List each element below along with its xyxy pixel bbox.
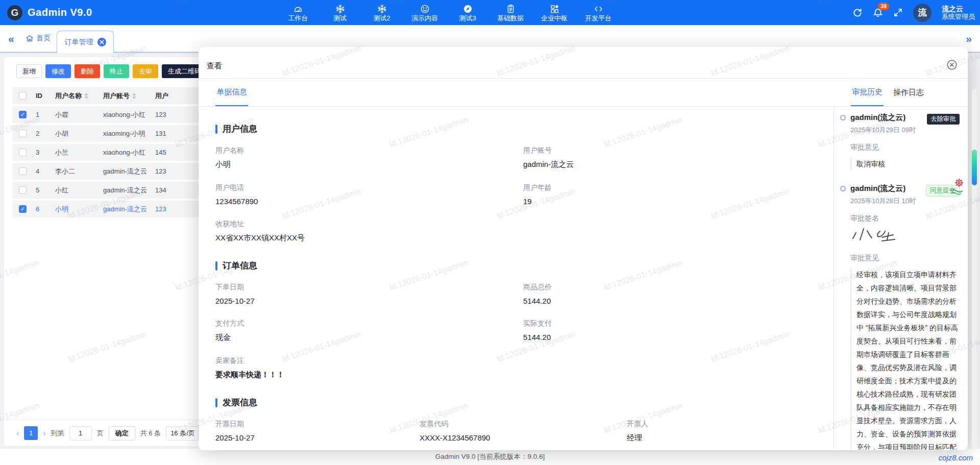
sort-carets-icon[interactable] xyxy=(84,93,88,99)
user-meta[interactable]: 流之云 系统管理员 xyxy=(942,5,975,21)
section-title: 订单信息 xyxy=(215,260,813,272)
row-checkbox[interactable] xyxy=(19,130,27,137)
detail-field: 用户名称小明 xyxy=(215,146,523,169)
nav-item-7[interactable]: 企业中枢 xyxy=(541,4,568,22)
cell-account: xiaohong-小红 xyxy=(103,148,155,157)
cell-id: 1 xyxy=(36,111,55,118)
field-label: 用户电话 xyxy=(215,183,523,192)
field-value: gadmin-流之云 xyxy=(523,160,813,169)
snowflake-icon xyxy=(377,4,387,14)
field-label: 用户名称 xyxy=(215,146,523,155)
tab-order-management[interactable]: 订单管理 xyxy=(57,31,114,53)
cell-account: gadmin-流之云 xyxy=(103,167,155,176)
column-header-username[interactable]: 用户名称 xyxy=(55,91,103,101)
notification-count-badge: 39 xyxy=(878,3,889,10)
field-value: 5144.20 xyxy=(523,333,813,341)
tab-approval-history[interactable]: 审批历史 xyxy=(851,79,884,106)
page-size-select[interactable]: 16 条/页 xyxy=(166,426,199,440)
version-text: Gadmin V9.0 [当前系统版本：9.0.6] xyxy=(0,449,980,465)
fullscreen-icon[interactable] xyxy=(893,8,903,17)
nav-item-label: 企业中枢 xyxy=(541,14,568,22)
approval-item: gadmin(流之云)同意提交2025年10月28日 10时审批签名审批意见经审… xyxy=(840,184,960,450)
nav-item-5[interactable]: 测试3 xyxy=(455,4,480,22)
approval-block-label: 审批意见 xyxy=(850,254,960,263)
primary-action-button[interactable]: 修改 xyxy=(45,64,71,78)
page-unit-label: 页 xyxy=(97,429,104,438)
cell-username: 小兰 xyxy=(55,148,103,157)
cell-id: 6 xyxy=(36,205,55,213)
nav-item-8[interactable]: 开发平台 xyxy=(585,4,611,22)
warning-action-button[interactable]: 去审 xyxy=(133,64,158,78)
nav-item-3[interactable]: 测试2 xyxy=(370,4,394,22)
goto-page-input[interactable] xyxy=(69,426,92,440)
nav-item-label: 工作台 xyxy=(288,14,308,22)
home-icon xyxy=(26,34,34,42)
goto-label: 到第 xyxy=(51,429,64,438)
field-label: 下单日期 xyxy=(215,283,523,292)
success-action-button[interactable]: 终止 xyxy=(104,64,129,78)
sort-carets-icon[interactable] xyxy=(132,93,136,99)
refresh-icon[interactable] xyxy=(852,8,863,18)
close-icon[interactable] xyxy=(946,59,958,70)
user-avatar[interactable]: 流 xyxy=(913,4,932,22)
detail-field: 收获地址XX省XX市XX镇XX村XX号 xyxy=(215,219,813,243)
row-checkbox[interactable]: ✓ xyxy=(19,111,27,118)
field-value: 经理 xyxy=(627,433,813,443)
nav-item-label: 基础数据 xyxy=(497,14,524,22)
nav-item-6[interactable]: 基础数据 xyxy=(497,4,524,22)
nav-item-1[interactable]: 工作台 xyxy=(286,4,310,22)
row-checkbox[interactable] xyxy=(19,167,27,175)
detail-field: 下单日期2025-10-27 xyxy=(215,283,523,305)
row-checkbox[interactable] xyxy=(19,186,27,194)
drawer-header: 查看 xyxy=(199,47,968,79)
page-number-button[interactable]: 1 xyxy=(24,426,38,440)
tab-document-info[interactable]: 单据信息 xyxy=(215,79,248,106)
approval-item: gadmin(流之云)去除审批2025年10月29日 09时审批意见取消审核 xyxy=(840,113,960,170)
gauge-icon xyxy=(293,4,303,14)
select-all-checkbox[interactable] xyxy=(19,92,27,100)
default-action-button[interactable]: 新增 xyxy=(16,64,42,78)
scrollbar-track[interactable] xyxy=(972,89,977,450)
cell-account: xiaohong-小红 xyxy=(103,110,155,119)
detail-field: 商品总价5144.20 xyxy=(523,283,813,305)
tab-operation-log[interactable]: 操作日志 xyxy=(892,79,925,106)
top-nav-menu: 工作台测试测试2演示内容测试3基础数据企业中枢开发平台 xyxy=(286,0,611,25)
detail-field: 卖家备注要求顺丰快递！！！ xyxy=(215,356,813,380)
collapse-tabs-right-icon[interactable]: » xyxy=(966,32,972,45)
notifications-bell-icon[interactable]: 39 xyxy=(873,7,883,18)
prev-page-icon[interactable]: ‹ xyxy=(16,429,19,438)
danger-action-button[interactable]: 删除 xyxy=(75,64,100,78)
field-label: 开票日期 xyxy=(215,420,420,429)
field-label: 支付方式 xyxy=(215,319,523,328)
approval-tabs: 审批历史操作日志 xyxy=(851,79,925,106)
field-label: 卖家备注 xyxy=(215,356,813,365)
next-page-icon[interactable]: › xyxy=(43,429,45,438)
nav-item-2[interactable]: 测试 xyxy=(328,4,352,22)
approval-opinion-text: 取消审核 xyxy=(850,157,960,170)
tab-home[interactable]: 首页 xyxy=(26,34,51,43)
nav-item-4[interactable]: 演示内容 xyxy=(411,4,438,22)
column-header-id[interactable]: ID xyxy=(36,92,55,100)
cell-username: 小霞 xyxy=(55,110,103,119)
section-title: 发票信息 xyxy=(215,397,813,408)
user-role: 系统管理员 xyxy=(942,13,975,21)
column-header-account[interactable]: 用户账号 xyxy=(103,91,155,101)
row-checkbox[interactable]: ✓ xyxy=(19,205,27,213)
tab-close-icon[interactable] xyxy=(97,38,106,46)
row-checkbox[interactable] xyxy=(19,149,27,156)
collapse-tabs-left-icon[interactable]: « xyxy=(8,32,14,45)
approval-opinion-text: 经审核，该项目立项申请材料齐全，内容逻辑清晰。项目背景部分对行业趋势、市场需求的… xyxy=(850,268,960,450)
brand[interactable]: G Gadmin V9.0 xyxy=(7,5,92,20)
blocks-icon xyxy=(550,4,559,14)
confirm-page-button[interactable]: 确定 xyxy=(109,426,135,440)
cell-account: gadmin-流之云 xyxy=(103,186,155,195)
scrollbar-thumb[interactable] xyxy=(972,150,977,185)
detail-field: 用户年龄19 xyxy=(523,183,813,206)
field-value: 2025-10-27 xyxy=(215,297,523,305)
top-actions: 39 流 流之云 系统管理员 xyxy=(852,0,975,25)
field-value: 5144.20 xyxy=(523,297,813,305)
approval-status-tag: 同意提交 xyxy=(926,185,960,197)
app-root: G Gadmin V9.0 工作台测试测试2演示内容测试3基础数据企业中枢开发平… xyxy=(0,0,980,465)
drawer-body: 用户信息用户名称小明用户账号gadmin-流之云用户电话1234567890用户… xyxy=(199,107,968,450)
field-grid: 用户名称小明用户账号gadmin-流之云用户电话1234567890用户年龄19… xyxy=(215,146,813,257)
